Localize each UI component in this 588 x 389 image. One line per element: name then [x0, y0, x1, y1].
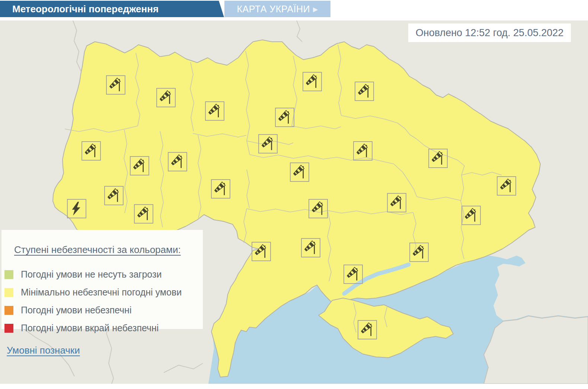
- tab-ukraine-map[interactable]: КАРТА УКРАЇНИ▶: [224, 1, 330, 17]
- legend-panel: Ступені небезпечності за кольорами: Пого…: [1, 230, 203, 329]
- legend-item: Погодні умови небезпечні: [4, 305, 203, 316]
- legend-items: Погодні умови не несуть загрозиМінімальн…: [1, 269, 203, 333]
- tab-meteorological-warnings[interactable]: Метеорологічні попередження: [0, 1, 224, 17]
- legend-item-label: Погодні умови вкрай небезпечні: [21, 323, 159, 333]
- legend-item-label: Погодні умови небезпечні: [21, 305, 131, 316]
- legend-item-label: Погодні умови не несуть загрози: [21, 269, 162, 280]
- legend-item: Погодні умови вкрай небезпечні: [4, 323, 203, 333]
- weather-warnings-page: Метеорологічні попередження КАРТА УКРАЇН…: [0, 0, 588, 389]
- legend-title: Ступені небезпечності за кольорами:: [14, 244, 203, 256]
- chevron-right-icon: ▶: [313, 6, 318, 13]
- map-symbols-link[interactable]: Умовні позначки: [7, 345, 80, 356]
- tab-ukraine-map-label: КАРТА УКРАЇНИ: [237, 4, 310, 14]
- updated-timestamp: Оновлено 12:52 год. 25.05.2022: [408, 23, 571, 42]
- legend-color-swatch: [4, 324, 13, 333]
- legend-color-swatch: [4, 288, 13, 297]
- legend-color-swatch: [4, 270, 13, 279]
- legend-color-swatch: [4, 306, 13, 315]
- legend-item-label: Мінімально небезпечні погодні умови: [21, 287, 182, 298]
- legend-item: Мінімально небезпечні погодні умови: [4, 287, 203, 298]
- legend-item: Погодні умови не несуть загрози: [4, 269, 203, 280]
